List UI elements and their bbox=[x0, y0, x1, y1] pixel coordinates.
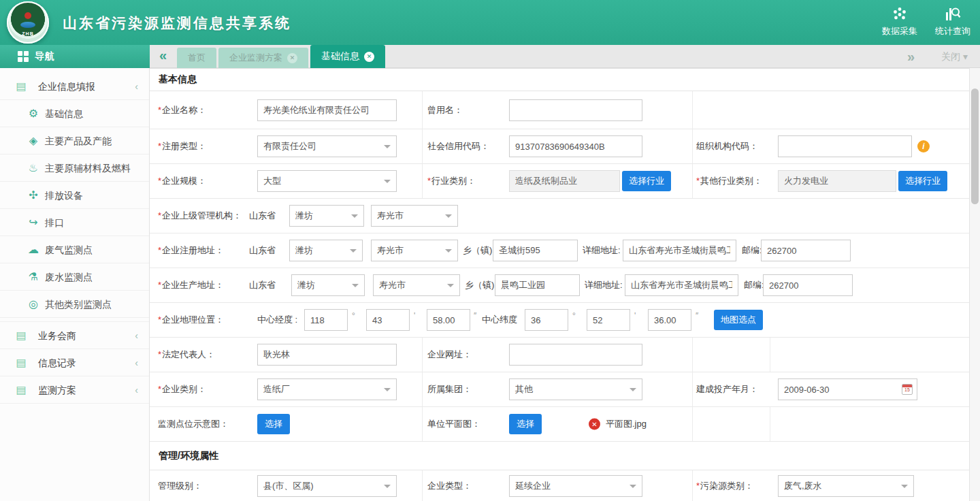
basic-info-form: 基本信息 *企业名称： 曾用名： *注册类型： 有限责任公司 社会信用代码： 组… bbox=[150, 68, 969, 501]
website-input[interactable] bbox=[509, 344, 642, 366]
scrollbar-thumb[interactable] bbox=[971, 88, 979, 204]
sidebar-item-business-consult[interactable]: ▤ 业务会商 ‹ bbox=[0, 322, 149, 349]
website-label: 企业网址： bbox=[427, 349, 472, 361]
prod-zip-label: 邮编: bbox=[744, 279, 764, 291]
sidebar-item-products[interactable]: ◈ 主要产品及产能 bbox=[0, 127, 149, 155]
group-select[interactable]: 其他 bbox=[509, 378, 642, 400]
map-pick-button[interactable]: 地图选点 bbox=[714, 310, 763, 330]
reg-detail-input[interactable] bbox=[623, 240, 736, 261]
lat-label: 中心纬度 bbox=[482, 314, 517, 326]
scale-select[interactable]: 大型 bbox=[257, 170, 397, 192]
outfall-icon: ↪ bbox=[26, 209, 41, 236]
sidebar-item-gas-monitor[interactable]: ☁ 废气监测点 bbox=[0, 236, 149, 263]
sidebar: ▤ 企业信息填报 ‹ ⚙ 基础信息 ◈ 主要产品及产能 ♨ 主要原辅材料及燃料 … bbox=[0, 68, 150, 501]
prod-town-input[interactable] bbox=[495, 274, 580, 296]
data-collect-button[interactable]: 数据采集 bbox=[882, 6, 917, 37]
prod-detail-input[interactable] bbox=[625, 274, 738, 296]
stats-query-button[interactable]: 统计查询 bbox=[935, 6, 970, 37]
parent-city-select[interactable]: 潍坊 bbox=[289, 205, 364, 227]
lat-min-input[interactable] bbox=[587, 309, 630, 331]
app-header: ZHB 山东省污染源监测信息共享系统 数据采集 统计查询 bbox=[0, 0, 980, 45]
sidebar-item-water-monitor[interactable]: ⚗ 废水监测点 bbox=[0, 263, 149, 291]
reg-county-select[interactable]: 寿光市 bbox=[371, 240, 458, 261]
vertical-scrollbar[interactable] bbox=[969, 68, 980, 501]
chevron-down-icon bbox=[384, 180, 391, 183]
company-type-label: *企业类别： bbox=[158, 383, 206, 395]
lng-sec-input[interactable] bbox=[427, 309, 470, 331]
pollution-type-select[interactable]: 废气,废水 bbox=[778, 475, 914, 497]
degree-mark: ° bbox=[352, 311, 355, 321]
choose-sketch-button[interactable]: 选择 bbox=[257, 414, 290, 434]
sidebar-item-basic-info[interactable]: ⚙ 基础信息 bbox=[0, 100, 149, 127]
dots-cluster-icon bbox=[892, 6, 908, 22]
lat-sec-input[interactable] bbox=[648, 309, 691, 331]
prod-city-select[interactable]: 潍坊 bbox=[291, 274, 365, 296]
industry-input bbox=[509, 170, 620, 192]
reg-type-select[interactable]: 有限责任公司 bbox=[257, 135, 397, 157]
prod-zip-input[interactable] bbox=[763, 274, 853, 296]
chevron-left-icon: ‹ bbox=[135, 73, 138, 100]
sidebar-item-materials-fuel[interactable]: ♨ 主要原辅材料及燃料 bbox=[0, 155, 149, 182]
credit-code-input[interactable] bbox=[509, 135, 642, 157]
org-code-input[interactable] bbox=[778, 135, 912, 157]
industry-label: *行业类别： bbox=[427, 175, 476, 187]
company-name-input[interactable] bbox=[257, 99, 397, 121]
close-icon[interactable]: ✕ bbox=[364, 52, 374, 62]
province-label: 山东省 bbox=[249, 210, 276, 222]
info-icon[interactable]: i bbox=[917, 140, 930, 152]
reg-town-input[interactable] bbox=[493, 240, 578, 261]
sidebar-item-enterprise-info[interactable]: ▤ 企业信息填报 ‹ bbox=[0, 73, 149, 100]
close-tabs-menu[interactable]: 关闭 ▾ bbox=[941, 51, 968, 63]
reg-detail-label: 详细地址: bbox=[583, 244, 621, 257]
gear-icon: ⚙ bbox=[26, 100, 41, 127]
tab-enterprise-plan[interactable]: 企业监测方案 ✕ bbox=[218, 48, 308, 68]
minute-mark: ' bbox=[414, 311, 415, 321]
fan-icon: ✣ bbox=[26, 182, 41, 209]
former-name-input[interactable] bbox=[509, 99, 642, 121]
form-row: 管理级别： 县(市、区属) 企业类型： 延续企业 *污染源类别： 废气,废水 bbox=[150, 470, 969, 501]
prod-addr-label: *企业生产地址： bbox=[158, 279, 224, 291]
lat-deg-input[interactable] bbox=[525, 309, 568, 331]
tabs-scroll-right-button[interactable]: » bbox=[907, 49, 915, 65]
choose-plan-button[interactable]: 选择 bbox=[509, 414, 542, 434]
second-mark: ″ bbox=[696, 311, 698, 321]
degree-mark: ° bbox=[572, 311, 576, 321]
select-other-industry-button[interactable]: 选择行业 bbox=[898, 171, 947, 191]
parent-county-select[interactable]: 寿光市 bbox=[371, 205, 458, 227]
calendar-icon[interactable]: 15 bbox=[902, 384, 913, 395]
close-icon[interactable]: ✕ bbox=[287, 53, 297, 63]
chevron-down-icon bbox=[445, 214, 452, 218]
legal-rep-input[interactable] bbox=[257, 344, 397, 366]
tabs-scroll-left-button[interactable]: « bbox=[159, 48, 167, 63]
sidebar-item-other-monitor[interactable]: ◎ 其他类别监测点 bbox=[0, 291, 149, 318]
chevron-left-icon: ‹ bbox=[135, 322, 138, 349]
chevron-down-icon bbox=[350, 249, 357, 253]
sidebar-item-outfall[interactable]: ↪ 排口 bbox=[0, 209, 149, 236]
plan-file-name: 平面图.jpg bbox=[606, 418, 647, 430]
prod-county-select[interactable]: 寿光市 bbox=[373, 274, 460, 296]
company-type-select[interactable]: 造纸厂 bbox=[257, 378, 397, 400]
fuel-icon: ♨ bbox=[26, 155, 41, 182]
built-date-input[interactable]: 2009-06-30 15 bbox=[778, 378, 917, 400]
tab-basic-info[interactable]: 基础信息 ✕ bbox=[310, 45, 385, 68]
built-date-label: 建成投产年月： bbox=[696, 383, 758, 395]
enterprise-type-select[interactable]: 延续企业 bbox=[509, 475, 642, 497]
sidebar-item-monitor-plan[interactable]: ▤ 监测方案 ‹ bbox=[0, 376, 149, 404]
delete-file-icon[interactable]: ✕ bbox=[589, 419, 600, 430]
lng-deg-input[interactable] bbox=[304, 309, 348, 331]
tab-home[interactable]: 首页 bbox=[177, 48, 216, 68]
reg-zip-input[interactable] bbox=[761, 240, 851, 261]
pollution-type-label: *污染源类别： bbox=[696, 480, 753, 492]
mgmt-level-select[interactable]: 县(市、区属) bbox=[257, 475, 397, 497]
select-industry-button[interactable]: 选择行业 bbox=[622, 171, 671, 191]
form-row: *企业地理位置： 中心经度 : ° ' ″ 中心纬度 ° ' ″ 地图选点 bbox=[150, 303, 969, 338]
reg-city-select[interactable]: 潍坊 bbox=[289, 240, 363, 261]
parent-org-label: *企业上级管理机构： bbox=[158, 210, 242, 222]
prod-detail-label: 详细地址: bbox=[585, 279, 623, 291]
chevron-down-icon bbox=[352, 284, 359, 287]
sidebar-item-info-record[interactable]: ▤ 信息记录 ‹ bbox=[0, 349, 149, 376]
company-name-label: *企业名称： bbox=[158, 104, 206, 116]
lng-min-input[interactable] bbox=[366, 309, 410, 331]
form-row: *企业类别： 造纸厂 所属集团： 其他 建成投产年月： 2009-06-30 1… bbox=[150, 372, 969, 407]
sidebar-item-emission-equipment[interactable]: ✣ 排放设备 bbox=[0, 182, 149, 209]
